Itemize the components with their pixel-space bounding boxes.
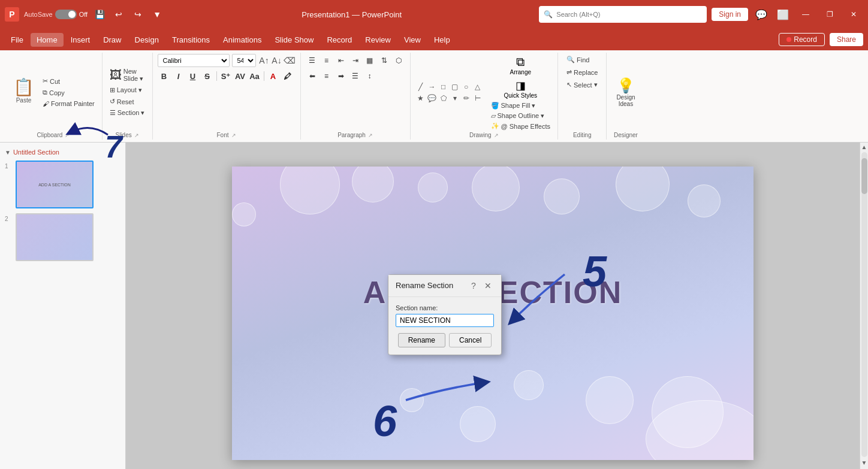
menu-transitions[interactable]: Transitions [166,33,216,47]
minimize-button[interactable]: — [796,6,815,23]
search-input[interactable] [556,11,702,18]
scroll-bottom-nav[interactable]: ▲ [861,467,867,469]
line-shape[interactable]: ╱ [415,81,426,92]
shape-fill-button[interactable]: 🪣 Shape Fill ▾ [489,101,553,110]
align-justify-button[interactable]: ☰ [349,69,362,83]
scroll-down-arrow[interactable]: ▼ [860,458,869,467]
strikethrough-button[interactable]: S [201,69,214,83]
ribbon-display-icon[interactable]: ⬜ [774,6,791,23]
section-button[interactable]: ☰ Section ▾ [107,108,147,118]
slide-item-1[interactable]: 1 ADD A SECTION [0,158,125,211]
format-painter-button[interactable]: 🖌 Format Painter [40,99,97,108]
section-name-input[interactable] [396,314,494,327]
menu-home[interactable]: Home [31,33,64,47]
maximize-button[interactable]: ❐ [820,6,839,23]
menu-review[interactable]: Review [359,33,397,47]
menu-view[interactable]: View [398,33,427,47]
font-increase-button[interactable]: A↑ [258,55,270,66]
section-header[interactable]: ▼ Untitled Section [0,147,125,158]
dialog-close-button[interactable]: ✕ [482,280,494,292]
text-highlight-button[interactable]: 🖍 [281,69,294,83]
slide-thumb-2[interactable] [16,213,94,261]
menu-slideshow[interactable]: Slide Show [269,33,320,47]
clear-format-button[interactable]: ⌫ [284,55,296,66]
align-center-button[interactable]: ≡ [320,69,333,83]
line-spacing-button[interactable]: ↕ [363,69,376,83]
bold-button[interactable]: B [158,69,171,83]
connector-shape[interactable]: ⊢ [472,93,483,104]
record-button[interactable]: Record [779,33,825,46]
char-spacing-button[interactable]: AV [234,69,247,83]
scrollbar-track[interactable] [861,152,867,457]
layout-button[interactable]: ⊞ Layout ▾ [107,85,144,95]
numbering-button[interactable]: ≡ [320,54,333,67]
menu-insert[interactable]: Insert [65,33,97,47]
paste-button[interactable]: 📋 Paste [10,76,38,108]
oval-shape[interactable]: ○ [461,81,472,92]
select-button[interactable]: ↖ Select ▾ [563,79,601,90]
rect-shape[interactable]: □ [438,81,449,92]
find-button[interactable]: 🔍 Find [563,54,593,65]
align-left-button[interactable]: ⬅ [306,69,319,83]
sign-in-button[interactable]: Sign in [712,8,748,21]
freeform-shape[interactable]: ✏ [461,93,472,104]
decrease-indent-button[interactable]: ⇤ [334,54,348,67]
menu-animations[interactable]: Animations [217,33,267,47]
drawing-expand-icon[interactable]: ↗ [494,132,499,138]
slide-item-2[interactable]: 2 [0,211,125,264]
rename-confirm-button[interactable]: Rename [398,333,445,347]
comment-icon[interactable]: 💬 [753,6,770,23]
arrow-shape[interactable]: → [427,81,438,92]
italic-button[interactable]: I [172,69,185,83]
triangle-shape[interactable]: △ [472,81,483,92]
replace-button[interactable]: ⇌ Replace [563,66,601,78]
redo-icon[interactable]: ↪ [131,7,145,22]
close-button[interactable]: ✕ [844,6,863,23]
text-case-button[interactable]: Aa [248,69,261,83]
slide-thumb-1[interactable]: ADD A SECTION [16,161,94,208]
copy-button[interactable]: ⧉ Copy [40,87,97,98]
customize-icon[interactable]: ▼ [150,7,164,22]
share-button[interactable]: Share [830,33,863,46]
font-decrease-button[interactable]: A↓ [271,55,283,66]
menu-record[interactable]: Record [321,33,358,47]
align-right-button[interactable]: ➡ [334,69,348,83]
font-color-button[interactable]: A [267,69,280,83]
autosave-toggle[interactable] [55,10,77,19]
font-expand-icon[interactable]: ↗ [231,132,236,138]
dialog-help-button[interactable]: ? [468,280,480,292]
scrollbar-thumb[interactable] [861,158,867,194]
reset-button[interactable]: ↺ Reset [107,96,137,107]
round-rect-shape[interactable]: ▢ [450,81,460,92]
arrange-button[interactable]: ⧉ Arrange [507,54,534,77]
increase-indent-button[interactable]: ⇥ [349,54,362,67]
pentagon-shape[interactable]: ⬠ [438,93,449,104]
new-slide-button[interactable]: 🖼 NewSlide ▾ [107,66,146,84]
undo-icon[interactable]: ↩ [111,7,126,22]
menu-design[interactable]: Design [129,33,165,47]
text-shadow-button[interactable]: S⁺ [219,69,233,83]
menu-help[interactable]: Help [428,33,456,47]
design-ideas-button[interactable]: 💡 DesignIdeas [611,75,640,110]
direction-button[interactable]: ⇅ [378,54,391,67]
columns-button[interactable]: ▦ [363,54,376,67]
callout-shape[interactable]: 💬 [427,93,438,104]
more-shapes[interactable]: ▾ [450,93,460,104]
bullets-button[interactable]: ☰ [306,54,319,67]
star-shape[interactable]: ★ [415,93,426,104]
clipboard-expand-icon[interactable]: ↗ [65,132,70,138]
paragraph-expand-icon[interactable]: ↗ [368,132,373,138]
quick-styles-button[interactable]: ◨ Quick Styles [501,78,540,100]
cut-button[interactable]: ✂ Cut [40,76,97,86]
shape-outline-button[interactable]: ▱ Shape Outline ▾ [489,111,553,120]
font-size-selector[interactable]: 54 [232,54,256,67]
underline-button[interactable]: U [186,69,200,83]
menu-draw[interactable]: Draw [97,33,127,47]
font-family-selector[interactable]: Calibri [158,54,230,67]
shape-effects-button[interactable]: ✨ @ Shape Effects [489,122,553,131]
menu-file[interactable]: File [5,33,29,47]
save-icon[interactable]: 💾 [92,7,107,22]
slides-expand-icon[interactable]: ↗ [134,132,139,138]
scroll-up-arrow[interactable]: ▲ [860,143,869,151]
convert-smartart-button[interactable]: ⬡ [392,54,405,67]
